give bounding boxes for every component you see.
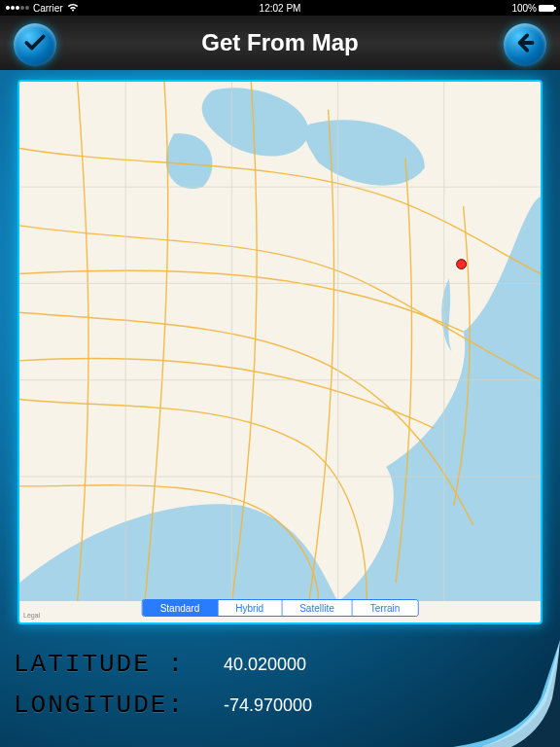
map-legal-label[interactable]: Legal <box>23 612 40 619</box>
status-bar: Carrier 12:02 PM 100% <box>0 0 560 16</box>
main-area: Legal Standard Hybrid Satellite Terrain … <box>0 70 560 747</box>
map-view[interactable] <box>19 82 541 601</box>
latitude-value: 40.020000 <box>224 655 306 675</box>
battery-indicator: 100% <box>511 3 554 14</box>
wifi-icon <box>67 3 79 14</box>
coordinates-panel: LATITUDE : 40.020000 LONGITUDE: -74.9700… <box>14 644 546 726</box>
latitude-label: LATITUDE : <box>14 650 185 679</box>
map-type-segmented: Standard Hybrid Satellite Terrain <box>142 599 419 617</box>
svg-point-1 <box>457 260 467 269</box>
longitude-value: -74.970000 <box>224 695 312 716</box>
signal-dots-icon <box>6 6 29 10</box>
arrow-left-icon <box>512 30 538 59</box>
check-icon <box>22 30 48 59</box>
header-bar: Get From Map <box>0 16 560 70</box>
page-title: Get From Map <box>201 29 358 56</box>
battery-pct-label: 100% <box>511 3 537 14</box>
map-seg-satellite[interactable]: Satellite <box>282 600 353 616</box>
map-seg-hybrid[interactable]: Hybrid <box>218 600 282 616</box>
map-card: Legal Standard Hybrid Satellite Terrain <box>18 80 542 624</box>
carrier-label: Carrier <box>33 3 63 14</box>
longitude-label: LONGITUDE: <box>14 691 185 720</box>
map-seg-standard[interactable]: Standard <box>143 600 219 616</box>
clock-label: 12:02 PM <box>260 3 301 14</box>
confirm-button[interactable] <box>14 23 56 66</box>
map-seg-terrain[interactable]: Terrain <box>353 600 418 616</box>
back-button[interactable] <box>504 23 546 66</box>
map-pin-icon <box>457 260 467 269</box>
